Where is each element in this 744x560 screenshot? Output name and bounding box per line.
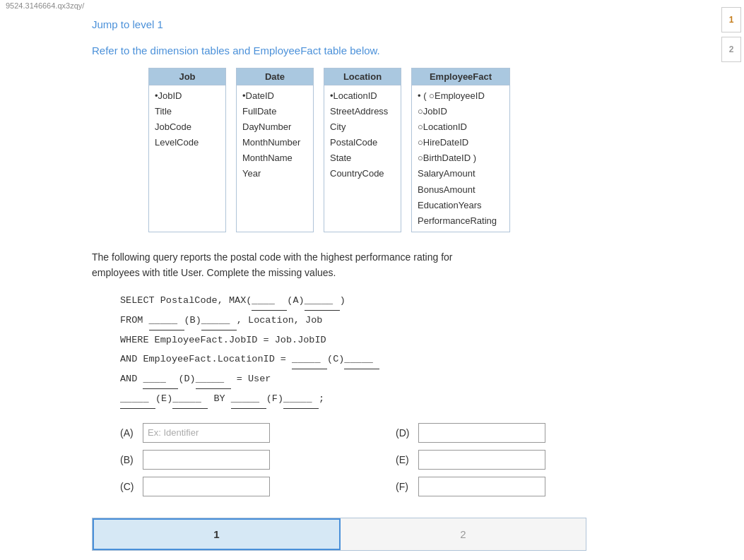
table-employeefact-header: EmployeeFact (412, 68, 509, 85)
label-f: (F) (396, 481, 413, 492)
query-line1: SELECT PostalCode, MAX(____(A)_____) (120, 291, 629, 311)
intro-text: Refer to the dimension tables and Employ… (92, 44, 629, 56)
query-block: SELECT PostalCode, MAX(____(A)_____) FRO… (120, 291, 629, 409)
description-text: The following query reports the postal c… (92, 249, 629, 281)
table-job-field-2: Title (155, 104, 220, 119)
table-location: Location •LocationID StreetAddress City … (324, 68, 401, 232)
table-job: Job •JobID Title JobCode LevelCode (148, 68, 226, 232)
answers-grid: (A) (D) (B) (E) (C) (F) (120, 423, 629, 496)
page-tab-1[interactable]: 1 (93, 518, 341, 550)
right-panel: 1 2 (719, 0, 744, 62)
table-job-field-3: JobCode (155, 119, 220, 135)
jump-to-level-link[interactable]: Jump to level 1 (92, 18, 163, 30)
table-date-header: Date (237, 68, 313, 85)
table-location-field-2: StreetAddress (330, 104, 395, 119)
input-d[interactable] (418, 423, 545, 443)
answer-row-b: (B) (120, 450, 353, 470)
table-ef-field-3: ○LocationID (418, 119, 504, 135)
input-e[interactable] (418, 450, 545, 470)
side-btn-2[interactable]: 2 (721, 37, 741, 62)
input-a[interactable] (143, 423, 270, 443)
table-location-body: •LocationID StreetAddress City PostalCod… (324, 85, 401, 185)
label-a: (A) (120, 427, 137, 439)
label-b: (B) (120, 454, 137, 465)
answer-row-d: (D) (396, 423, 629, 443)
table-ef-field-2: ○JobID (418, 104, 504, 119)
query-line4: AND EmployeeFact.LocationID = _____(C)__… (120, 350, 629, 369)
input-b[interactable] (143, 450, 270, 470)
table-date-field-6: Year (242, 166, 307, 181)
table-location-field-5: State (330, 150, 395, 166)
query-line2: FROM _____(B)_____, Location, Job (120, 311, 629, 330)
pagination-bar: 1 2 (92, 518, 586, 551)
answer-row-c: (C) (120, 477, 353, 496)
table-ef-field-8: EducationYears (418, 198, 504, 213)
table-employeefact-body: • ( ○EmployeeID ○JobID ○LocationID ○Hire… (412, 85, 509, 232)
table-ef-field-4: ○HireDateID (418, 135, 504, 150)
table-employeefact: EmployeeFact • ( ○EmployeeID ○JobID ○Loc… (411, 68, 510, 232)
input-f[interactable] (418, 477, 545, 496)
query-line3: WHERE EmployeeFact.JobID = Job.JobID (120, 330, 629, 350)
table-ef-field-9: PerformanceRating (418, 213, 504, 229)
query-line5: AND ____(D)_____ = User (120, 369, 629, 389)
table-ef-field-7: BonusAmount (418, 182, 504, 198)
table-date: Date •DateID FullDate DayNumber MonthNum… (236, 68, 314, 232)
table-location-field-3: City (330, 119, 395, 135)
answer-row-f: (F) (396, 477, 629, 496)
table-date-field-5: MonthName (242, 150, 307, 166)
input-c[interactable] (143, 477, 270, 496)
url-bar: 9524.3146664.qx3zqy/ (0, 0, 744, 11)
table-job-body: •JobID Title JobCode LevelCode (149, 85, 225, 153)
table-ef-field-1: • ( ○EmployeeID (418, 88, 504, 104)
table-date-field-4: MonthNumber (242, 135, 307, 150)
table-job-field-1: •JobID (155, 88, 220, 104)
table-date-body: •DateID FullDate DayNumber MonthNumber M… (237, 85, 313, 185)
answer-row-a: (A) (120, 423, 353, 443)
label-e: (E) (396, 454, 413, 465)
table-date-field-1: •DateID (242, 88, 307, 104)
table-ef-field-5: ○BirthDateID ) (418, 150, 504, 166)
table-ef-field-6: SalaryAmount (418, 166, 504, 181)
table-date-field-2: FullDate (242, 104, 307, 119)
answer-row-e: (E) (396, 450, 629, 470)
side-btn-1[interactable]: 1 (721, 7, 741, 32)
table-location-header: Location (324, 68, 401, 85)
table-job-header: Job (149, 68, 225, 85)
query-line6: _____(E)_____ BY _____(F)_____; (120, 389, 629, 409)
page-tab-2[interactable]: 2 (341, 518, 586, 550)
label-c: (C) (120, 481, 137, 492)
table-location-field-6: CountryCode (330, 166, 395, 181)
table-location-field-1: •LocationID (330, 88, 395, 104)
label-d: (D) (396, 427, 413, 439)
table-location-field-4: PostalCode (330, 135, 395, 150)
table-date-field-3: DayNumber (242, 119, 307, 135)
tables-container: Job •JobID Title JobCode LevelCode Date … (148, 68, 629, 232)
table-job-field-4: LevelCode (155, 135, 220, 150)
